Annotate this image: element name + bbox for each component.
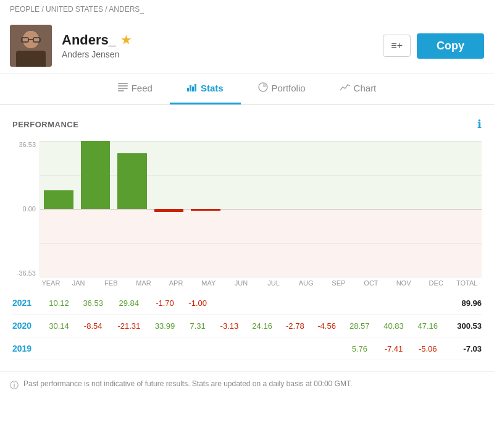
tab-stats[interactable]: Stats bbox=[170, 74, 241, 104]
cell-aug: -2.78 bbox=[279, 315, 311, 337]
cell-jan: 30.14 bbox=[42, 315, 76, 337]
info-icon[interactable]: ℹ bbox=[477, 117, 482, 131]
x-label-feb: FEB bbox=[95, 279, 128, 287]
bars-wrapper bbox=[40, 141, 482, 277]
bar-group-jan bbox=[40, 141, 77, 277]
disclaimer-icon: ⓘ bbox=[10, 380, 19, 391]
breadcrumb-country[interactable]: UNITED STATES bbox=[46, 5, 103, 14]
cell-sep bbox=[311, 292, 342, 315]
bar-group-may bbox=[187, 141, 224, 277]
bar-group-oct bbox=[371, 141, 408, 277]
disclaimer-text: Past performance is not indicative of fu… bbox=[23, 379, 352, 388]
avatar-image bbox=[10, 25, 52, 67]
cell-aug bbox=[279, 292, 311, 315]
stats-icon bbox=[187, 83, 197, 93]
bar-bg-neg bbox=[187, 209, 224, 277]
chart-icon bbox=[340, 83, 350, 93]
cell-may bbox=[182, 337, 214, 360]
x-label-apr: APR bbox=[160, 279, 193, 287]
y-label-bot: -36.53 bbox=[17, 269, 36, 277]
svg-rect-14 bbox=[195, 84, 196, 91]
bar-bg-neg bbox=[335, 209, 372, 277]
profile-header: Anders_ ★ Anders Jensen ≡+ Copy bbox=[0, 19, 494, 74]
cell-jul bbox=[245, 337, 279, 360]
cell-dec: -5.06 bbox=[411, 337, 445, 360]
cell-may: 7.31 bbox=[182, 315, 214, 337]
cell-total: 300.53 bbox=[445, 315, 482, 337]
x-label-jun: JUN bbox=[225, 279, 257, 287]
bar-bg-pos bbox=[224, 141, 261, 209]
menu-button[interactable]: ≡+ bbox=[383, 35, 411, 57]
x-label-mar: MAR bbox=[127, 279, 160, 287]
main-content: PERFORMANCE ℹ 36.53 0.00 -36.53 bbox=[0, 105, 494, 366]
bar-bg-pos bbox=[335, 141, 372, 209]
cell-mar bbox=[110, 337, 148, 360]
cell-jun bbox=[214, 337, 245, 360]
chart-bars-area bbox=[40, 141, 482, 277]
year-link[interactable]: 2020 bbox=[12, 321, 31, 331]
cell-apr: 33.99 bbox=[148, 315, 182, 337]
bar-bg-neg bbox=[77, 209, 114, 277]
bar-bg-pos bbox=[151, 141, 188, 209]
tab-feed-label: Feed bbox=[132, 83, 153, 93]
bar-group-jun bbox=[224, 141, 261, 277]
cell-feb: -8.54 bbox=[76, 315, 110, 337]
bar-bg-pos bbox=[445, 141, 482, 209]
chart-x-labels: YEARJANFEBMARAPRMAYJUNJULAUGSEPOCTNOVDEC… bbox=[40, 279, 482, 287]
bar-bg-pos bbox=[408, 141, 445, 209]
tab-feed[interactable]: Feed bbox=[101, 74, 170, 104]
page: PEOPLE / UNITED STATES / ANDERS_ Anders_… bbox=[0, 0, 494, 448]
svg-rect-13 bbox=[192, 87, 194, 91]
profile-name-row: Anders_ ★ bbox=[62, 32, 383, 48]
performance-header: PERFORMANCE ℹ bbox=[12, 117, 482, 131]
cell-oct: 28.57 bbox=[343, 315, 377, 337]
breadcrumb-user[interactable]: ANDERS_ bbox=[109, 5, 144, 14]
bar-bg-neg bbox=[114, 209, 151, 277]
bar-bg-pos bbox=[371, 141, 408, 209]
cell-mar: 29.84 bbox=[110, 292, 148, 315]
table-row: 20195.76-7.41-5.06-7.03 bbox=[12, 337, 482, 360]
cell-oct bbox=[343, 292, 377, 315]
cell-sep bbox=[311, 337, 342, 360]
bar-positive bbox=[117, 153, 147, 209]
cell-apr: -1.70 bbox=[148, 292, 182, 315]
bar-bg-pos bbox=[187, 141, 224, 209]
cell-mar: -21.31 bbox=[110, 315, 148, 337]
copy-button[interactable]: Copy bbox=[417, 33, 484, 59]
x-label-aug: AUG bbox=[290, 279, 322, 287]
year-link[interactable]: 2021 bbox=[12, 298, 31, 308]
avatar bbox=[10, 25, 52, 67]
bar-positive bbox=[44, 190, 73, 209]
performance-chart: 36.53 0.00 -36.53 bbox=[12, 141, 482, 287]
cell-dec bbox=[411, 292, 445, 315]
x-label-dec: DEC bbox=[420, 279, 453, 287]
bar-bg-neg bbox=[224, 209, 261, 277]
breadcrumb-people[interactable]: PEOPLE bbox=[10, 5, 40, 14]
cell-oct: 5.76 bbox=[343, 337, 377, 360]
cell-jul bbox=[245, 292, 279, 315]
tab-portfolio[interactable]: Portfolio bbox=[241, 74, 323, 104]
tab-chart[interactable]: Chart bbox=[323, 74, 394, 104]
cell-feb bbox=[76, 337, 110, 360]
bar-group-aug bbox=[298, 141, 335, 277]
cell-may: -1.00 bbox=[182, 292, 214, 315]
tab-portfolio-label: Portfolio bbox=[272, 83, 306, 93]
svg-rect-10 bbox=[118, 90, 124, 91]
y-label-zero: 0.00 bbox=[23, 205, 36, 213]
header-actions: ≡+ Copy bbox=[383, 33, 484, 59]
bar-bg-neg bbox=[40, 209, 77, 277]
bar-group-apr bbox=[151, 141, 188, 277]
bar-bg-neg bbox=[261, 209, 298, 277]
cell-jan bbox=[42, 337, 76, 360]
svg-rect-11 bbox=[187, 88, 189, 91]
star-icon[interactable]: ★ bbox=[121, 33, 131, 47]
bar-bg-neg bbox=[445, 209, 482, 277]
disclaimer: ⓘ Past performance is not indicative of … bbox=[0, 371, 494, 399]
feed-icon bbox=[118, 83, 128, 93]
x-label-nov: NOV bbox=[387, 279, 420, 287]
cell-sep: -4.56 bbox=[311, 315, 342, 337]
year-link[interactable]: 2019 bbox=[12, 344, 31, 353]
bar-positive bbox=[81, 141, 111, 209]
cell-jul: 24.16 bbox=[245, 315, 279, 337]
tab-chart-label: Chart bbox=[354, 83, 377, 93]
